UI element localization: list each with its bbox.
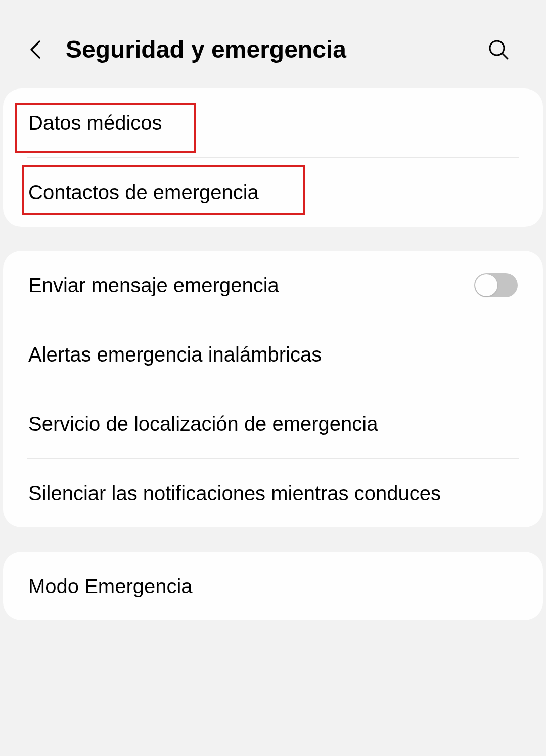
search-button[interactable] [486, 37, 511, 62]
card-group-3: Modo Emergencia [3, 552, 543, 620]
list-item-label: Enviar mensaje emergencia [28, 272, 460, 298]
card-group-2: Enviar mensaje emergencia Alertas emerge… [3, 251, 543, 527]
page-title: Seguridad y emergencia [66, 35, 486, 63]
toggle-knob [475, 274, 497, 296]
vertical-separator [460, 272, 460, 298]
list-item-emergency-location[interactable]: Servicio de localización de emergencia [3, 389, 543, 458]
chevron-left-icon [28, 39, 42, 60]
svg-line-1 [503, 54, 508, 59]
back-button[interactable] [25, 39, 46, 60]
list-item-emergency-mode[interactable]: Modo Emergencia [3, 552, 543, 620]
list-item-wireless-alerts[interactable]: Alertas emergencia inalámbricas [3, 320, 543, 389]
list-item-emergency-contacts[interactable]: Contactos de emergencia [3, 158, 543, 227]
list-item-label: Datos médicos [28, 112, 162, 134]
card-group-1: Datos médicos Contactos de emergencia [3, 88, 543, 227]
list-item-medical-data[interactable]: Datos médicos [3, 88, 543, 157]
svg-point-0 [490, 41, 504, 55]
list-item-label: Contactos de emergencia [28, 181, 259, 203]
toggle-container [460, 272, 518, 298]
search-icon [487, 38, 510, 61]
list-item-label: Modo Emergencia [28, 575, 193, 597]
toggle-switch[interactable] [474, 273, 518, 297]
list-item-label: Alertas emergencia inalámbricas [28, 343, 322, 366]
list-item-label: Silenciar las notificaciones mientras co… [28, 482, 441, 504]
header: Seguridad y emergencia [0, 0, 546, 88]
list-item-send-sos[interactable]: Enviar mensaje emergencia [3, 251, 543, 320]
list-item-label: Servicio de localización de emergencia [28, 413, 378, 435]
list-item-driving-silence[interactable]: Silenciar las notificaciones mientras co… [3, 459, 543, 527]
